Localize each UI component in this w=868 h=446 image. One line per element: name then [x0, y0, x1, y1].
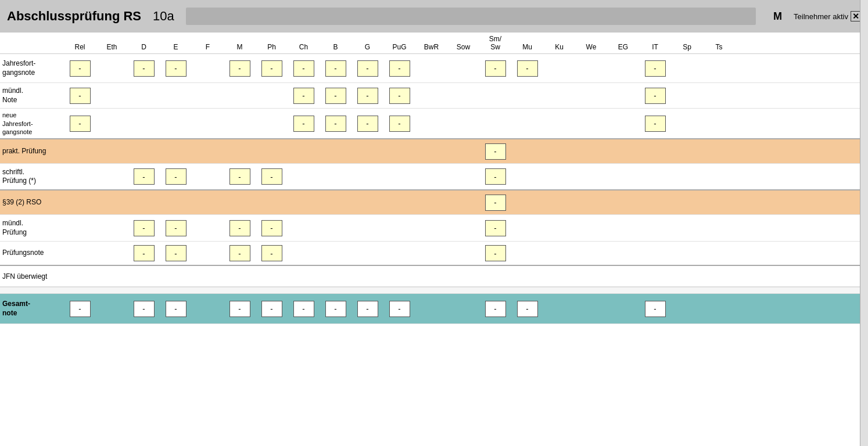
cell-mn-Rel[interactable]: - — [70, 88, 91, 104]
page-title: Abschlussprüfung RS — [7, 9, 141, 24]
cell-gn-Ph[interactable]: - — [261, 301, 282, 317]
label-jahresfortgangsnote: Jahresfort-gangsnote — [0, 59, 64, 77]
teilnehmer-label: Teilnehmer aktiv — [794, 12, 848, 21]
cell-gn-Rel[interactable]: - — [70, 301, 91, 317]
cell-pn-M[interactable]: - — [229, 245, 250, 261]
row-pruefungsnote: Prüfungsnote - - - - - — [0, 242, 868, 266]
col-PuG: PuG — [392, 43, 406, 51]
row-prakt-pruefung: prakt. Prüfung - — [0, 139, 868, 164]
cell-sp-D[interactable]: - — [134, 168, 155, 185]
row-neue-jfn: neueJahresfort-gangsnote - - - - - - — [0, 109, 868, 139]
col-Sp: Sp — [683, 43, 691, 51]
cell-mn-IT[interactable]: - — [645, 88, 666, 104]
row-gesamtnote: Gesamt-note - - - - - - - - - - - - — [0, 294, 868, 324]
row-muendl-pruefung: mündl.Prüfung - - - - - — [0, 215, 868, 242]
label-neue-jfn: neueJahresfort-gangsnote — [0, 111, 64, 136]
col-Ph: Ph — [267, 43, 276, 51]
cell-gn-E[interactable]: - — [166, 301, 186, 317]
col-E: E — [173, 43, 178, 51]
cell-njfn-Ch[interactable]: - — [293, 116, 314, 132]
label-paragraph39: §39 (2) RSO — [0, 198, 64, 207]
col-BwR: BwR — [424, 43, 439, 51]
cell-sp-E[interactable]: - — [166, 168, 186, 185]
label-prakt-pruefung: prakt. Prüfung — [0, 147, 64, 156]
col-IT: IT — [652, 43, 658, 51]
cell-mp-M[interactable]: - — [229, 220, 250, 236]
col-G: G — [365, 43, 370, 51]
col-B: B — [333, 43, 338, 51]
row-jahresfortgangsnote: Jahresfort-gangsnote - - - - - - - - - -… — [0, 54, 868, 83]
cell-sp-SmSw[interactable]: - — [485, 168, 506, 185]
cell-njfn-Rel[interactable]: - — [70, 116, 91, 132]
row-paragraph39: §39 (2) RSO - — [0, 190, 868, 215]
cell-jfn-D[interactable]: - — [134, 60, 155, 77]
cell-jfn-Mu[interactable]: - — [517, 60, 538, 77]
cell-pp-SmSw[interactable]: - — [485, 143, 506, 160]
col-F: F — [206, 43, 210, 51]
label-muendl-note: mündl.Note — [0, 87, 64, 105]
cell-gn-PuG[interactable]: - — [389, 301, 410, 317]
cell-pn-Ph[interactable]: - — [261, 245, 282, 261]
cell-njfn-B[interactable]: - — [325, 116, 346, 132]
cell-jfn-SmSw[interactable]: - — [485, 60, 506, 77]
cell-jfn-E[interactable]: - — [166, 60, 186, 77]
cell-jfn-M[interactable]: - — [229, 60, 250, 77]
cell-gn-G[interactable]: - — [357, 301, 378, 317]
cell-jfn-PuG[interactable]: - — [389, 60, 410, 77]
teilnehmer-section: Teilnehmer aktiv ✕ — [794, 11, 861, 21]
cell-jfn-Rel[interactable]: - — [70, 60, 91, 77]
cell-gn-B[interactable]: - — [325, 301, 346, 317]
cell-mp-SmSw[interactable]: - — [485, 220, 506, 236]
cell-mn-Ch[interactable]: - — [293, 88, 314, 104]
cell-gn-SmSw[interactable]: - — [485, 301, 506, 317]
column-headers-row: Rel Eth D E F M Ph Ch B G PuG BwR Sow Sm… — [0, 33, 868, 54]
col-Mu: Mu — [522, 43, 532, 51]
row-schriftl-pruefung: schriftl.Prüfung (*) - - - - - — [0, 164, 868, 190]
label-gesamtnote: Gesamt-note — [0, 300, 64, 318]
cell-njfn-G[interactable]: - — [357, 116, 378, 132]
cell-mn-G[interactable]: - — [357, 88, 378, 104]
cell-gn-Ch[interactable]: - — [293, 301, 314, 317]
cell-mp-Ph[interactable]: - — [261, 220, 282, 236]
cell-jfn-G[interactable]: - — [357, 60, 378, 77]
letter-m: M — [773, 10, 782, 23]
scrollbar[interactable] — [860, 0, 868, 324]
cell-gn-D[interactable]: - — [134, 301, 155, 317]
header-spacer — [186, 8, 756, 25]
cell-jfn-IT[interactable]: - — [645, 60, 666, 77]
col-D: D — [141, 43, 146, 51]
cell-jfn-Ch[interactable]: - — [293, 60, 314, 77]
col-We: We — [586, 43, 597, 51]
cell-pn-E[interactable]: - — [166, 245, 186, 261]
cell-mn-PuG[interactable]: - — [389, 88, 410, 104]
cell-pn-SmSw[interactable]: - — [485, 245, 506, 261]
col-Ts: Ts — [716, 43, 723, 51]
cell-mn-B[interactable]: - — [325, 88, 346, 104]
col-EG: EG — [618, 43, 628, 51]
label-jfn-ueberwiegt: JFN überwiegt — [2, 272, 66, 280]
col-Eth: Eth — [106, 43, 117, 51]
col-Ku: Ku — [555, 43, 564, 51]
cell-jfn-B[interactable]: - — [325, 60, 346, 77]
cell-par39-SmSw[interactable]: - — [485, 195, 506, 211]
col-Rel: Rel — [74, 43, 85, 51]
label-muendl-pruefung: mündl.Prüfung — [0, 219, 64, 237]
cell-sp-M[interactable]: - — [229, 168, 250, 185]
cell-mp-D[interactable]: - — [134, 220, 155, 236]
cell-mp-E[interactable]: - — [166, 220, 186, 236]
cell-gn-IT[interactable]: - — [645, 301, 666, 317]
header: Abschlussprüfung RS 10a M Teilnehmer akt… — [0, 0, 868, 33]
cell-sp-Ph[interactable]: - — [261, 168, 282, 185]
row-jfn-ueberwiegt: JFN überwiegt — [0, 266, 868, 287]
cell-jfn-Ph[interactable]: - — [261, 60, 282, 77]
cell-gn-M[interactable]: - — [229, 301, 250, 317]
cell-njfn-IT[interactable]: - — [645, 116, 666, 132]
col-SmSw: Sm/Sw — [489, 35, 501, 51]
cell-njfn-PuG[interactable]: - — [389, 116, 410, 132]
label-pruefungsnote: Prüfungsnote — [0, 249, 64, 258]
col-Ch: Ch — [299, 43, 308, 51]
cell-pn-D[interactable]: - — [134, 245, 155, 261]
row-muendl-note: mündl.Note - - - - - - — [0, 83, 868, 109]
col-Sow: Sow — [457, 43, 470, 51]
cell-gn-Mu[interactable]: - — [517, 301, 538, 317]
